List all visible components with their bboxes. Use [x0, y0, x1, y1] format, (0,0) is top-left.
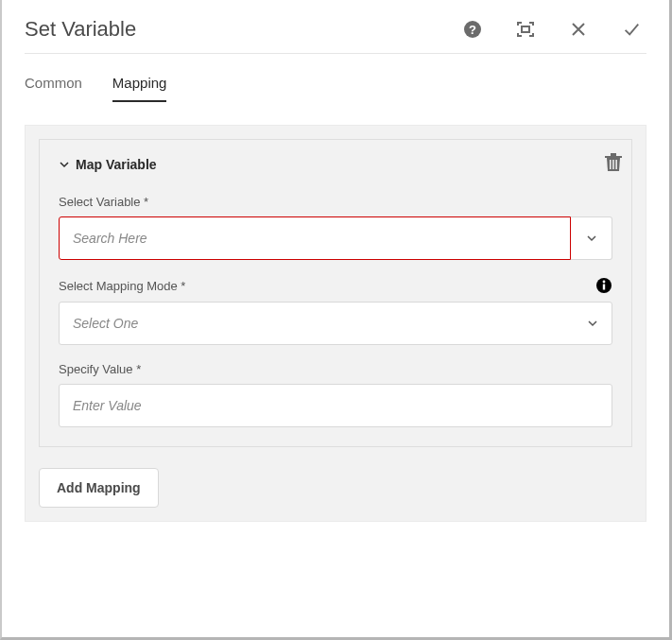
specify-value-input[interactable] [59, 384, 612, 427]
svg-rect-2 [522, 26, 529, 32]
svg-rect-4 [611, 153, 616, 156]
svg-rect-6 [612, 160, 614, 169]
tab-common[interactable]: Common [25, 75, 82, 102]
mapping-mode-label: Select Mapping Mode * [59, 279, 595, 293]
select-variable-dropdown-button[interactable] [571, 216, 612, 260]
select-variable-input[interactable] [59, 216, 571, 260]
chevron-down-icon [587, 318, 598, 329]
set-variable-panel: Set Variable ? Common Mapping [0, 0, 672, 640]
chevron-down-icon [59, 159, 70, 170]
help-icon[interactable]: ? [463, 20, 482, 39]
svg-rect-10 [603, 285, 605, 290]
tabs: Common Mapping [2, 54, 669, 102]
specify-value-label: Specify Value * [59, 362, 612, 376]
delete-mapping-button[interactable] [605, 153, 622, 172]
field-select-variable: Select Variable * [59, 195, 612, 260]
svg-rect-5 [610, 160, 612, 169]
close-icon[interactable] [569, 20, 588, 39]
svg-point-9 [603, 281, 606, 284]
tab-mapping[interactable]: Mapping [112, 75, 167, 102]
select-variable-label: Select Variable * [59, 195, 612, 209]
panel-title: Set Variable [25, 17, 463, 42]
add-mapping-button[interactable]: Add Mapping [39, 468, 159, 508]
select-variable-combo [59, 216, 612, 260]
card-header[interactable]: Map Variable [59, 157, 612, 172]
field-specify-value: Specify Value * [59, 362, 612, 427]
field-mapping-mode: Select Mapping Mode * Select One [59, 277, 612, 345]
svg-rect-7 [615, 160, 617, 169]
svg-text:?: ? [469, 23, 476, 37]
mapping-mode-placeholder: Select One [73, 316, 587, 331]
confirm-icon[interactable] [622, 20, 641, 39]
card-title: Map Variable [76, 157, 157, 172]
svg-rect-3 [605, 156, 622, 158]
content-area: Map Variable Select Variable * Select Ma… [25, 125, 646, 522]
info-icon[interactable] [595, 277, 612, 294]
mapping-mode-select[interactable]: Select One [59, 302, 612, 345]
fullscreen-icon[interactable] [516, 20, 535, 39]
panel-header: Set Variable ? [2, 0, 669, 53]
header-actions: ? [463, 20, 646, 39]
map-variable-card: Map Variable Select Variable * Select Ma… [39, 139, 632, 447]
